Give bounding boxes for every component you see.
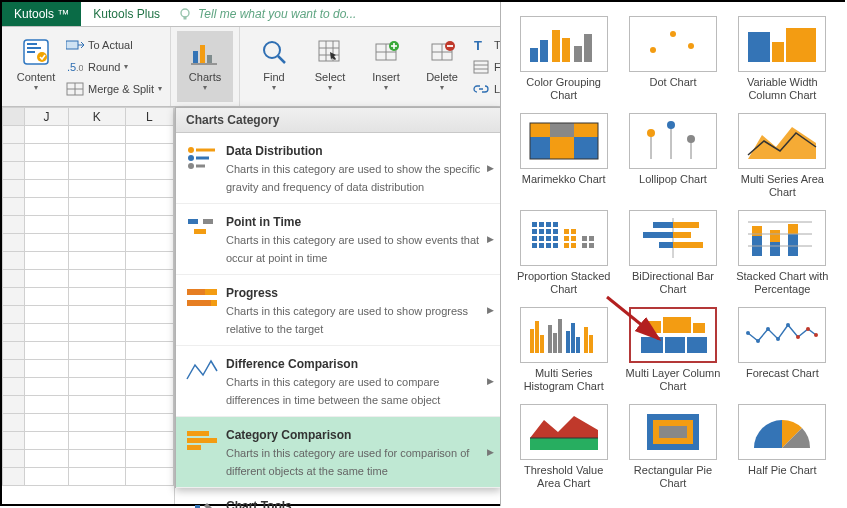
distribution-icon (184, 141, 220, 173)
tab-kutools[interactable]: Kutools ™ (2, 2, 81, 26)
cat-title: Data Distribution (226, 144, 323, 158)
thumb-multilayer-column[interactable]: Multi Layer Column Chart (618, 303, 727, 400)
svg-point-45 (188, 163, 194, 169)
charts-button[interactable]: Charts ▾ (177, 31, 233, 102)
thumb-rectangular-pie[interactable]: Rectangular Pie Chart (618, 400, 727, 497)
cat-progress[interactable]: ProgressCharts in this category are used… (176, 275, 500, 346)
chart-tools-icon (184, 496, 220, 508)
col-header[interactable]: L (125, 108, 173, 126)
cat-point-in-time[interactable]: Point in TimeCharts in this category are… (176, 204, 500, 275)
svg-rect-90 (546, 222, 551, 227)
to-actual-label: To Actual (88, 39, 133, 51)
thumb-half-pie[interactable]: Half Pie Chart (728, 400, 837, 497)
thumb-lollipop[interactable]: Lollipop Chart (618, 109, 727, 206)
svg-rect-134 (553, 333, 557, 353)
svg-rect-137 (571, 323, 575, 353)
svg-rect-94 (546, 229, 551, 234)
insert-button[interactable]: Insert▾ (358, 31, 414, 102)
svg-rect-57 (187, 438, 217, 443)
svg-rect-109 (571, 243, 576, 248)
cat-data-distribution[interactable]: Data DistributionCharts in this category… (176, 133, 500, 204)
svg-rect-3 (27, 43, 37, 45)
cat-difference-comparison[interactable]: Difference ComparisonCharts in this cate… (176, 346, 500, 417)
to-actual-button[interactable]: To Actual (64, 35, 164, 55)
thumb-label: Variable Width Column Chart (732, 76, 833, 101)
thumb-bidirectional-bar[interactable]: BiDirectional Bar Chart (618, 206, 727, 303)
tell-me-placeholder: Tell me what you want to do... (198, 7, 356, 21)
svg-rect-73 (786, 28, 816, 62)
svg-point-70 (688, 43, 694, 49)
content-icon (19, 35, 53, 69)
comparison-icon (184, 425, 220, 457)
charts-label: Charts (189, 71, 221, 83)
thumb-stacked-percentage[interactable]: Stacked Chart with Percentage (728, 206, 837, 303)
group-charts: Charts ▾ (171, 27, 240, 106)
select-icon (313, 35, 347, 69)
svg-rect-100 (532, 243, 537, 248)
svg-rect-144 (641, 337, 663, 353)
to-actual-icon (66, 37, 84, 53)
difference-icon (184, 354, 220, 386)
content-button[interactable]: Content ▾ (8, 31, 64, 102)
round-button[interactable]: .5.0 Round ▾ (64, 57, 164, 77)
cat-desc: Charts in this category are used to show… (226, 305, 468, 335)
thumb-forecast[interactable]: Forecast Chart (728, 303, 837, 400)
svg-rect-13 (193, 51, 198, 63)
svg-rect-5 (27, 51, 35, 53)
thumb-multiseries-area[interactable]: Multi Series Area Chart (728, 109, 837, 206)
thumb-dot-chart[interactable]: Dot Chart (618, 12, 727, 109)
svg-rect-130 (530, 329, 534, 353)
svg-point-150 (776, 337, 780, 341)
thumb-label: Forecast Chart (746, 367, 819, 380)
thumb-proportion-stacked[interactable]: Proportion Stacked Chart (509, 206, 618, 303)
svg-rect-76 (574, 123, 598, 137)
svg-rect-93 (539, 229, 544, 234)
cat-category-comparison[interactable]: Category ComparisonCharts in this catego… (176, 417, 500, 488)
svg-point-147 (746, 331, 750, 335)
svg-rect-140 (589, 335, 593, 353)
svg-rect-117 (643, 232, 673, 238)
svg-rect-101 (539, 243, 544, 248)
thumb-marimekko[interactable]: Marimekko Chart (509, 109, 618, 206)
thumb-variable-width[interactable]: Variable Width Column Chart (728, 12, 837, 109)
worksheet-grid[interactable]: JKL document.write(Array.from({length:20… (2, 107, 175, 504)
tab-kutools-plus[interactable]: Kutools Plus (81, 2, 172, 26)
thumb-multiseries-histogram[interactable]: Multi Series Histogram Chart (509, 303, 618, 400)
svg-rect-139 (584, 327, 588, 353)
thumb-threshold-area[interactable]: Threshold Value Area Chart (509, 400, 618, 497)
svg-rect-56 (187, 431, 209, 436)
merge-split-button[interactable]: Merge & Split ▾ (64, 79, 164, 99)
svg-rect-119 (659, 242, 673, 248)
svg-rect-51 (194, 229, 206, 234)
dropdown-icon: ▾ (272, 83, 276, 92)
chevron-right-icon: ▶ (487, 376, 494, 386)
svg-rect-89 (539, 222, 544, 227)
insert-label: Insert (372, 71, 400, 83)
select-button[interactable]: Select▾ (302, 31, 358, 102)
svg-rect-103 (553, 243, 558, 248)
find-button[interactable]: Find▾ (246, 31, 302, 102)
svg-point-154 (814, 333, 818, 337)
svg-rect-126 (788, 224, 798, 234)
svg-rect-120 (673, 242, 703, 248)
thumb-label: Marimekko Chart (522, 173, 606, 186)
cat-chart-tools[interactable]: Chart Tools ▶ (176, 488, 500, 508)
merge-split-icon (66, 81, 84, 97)
cat-desc: Charts in this category are used to comp… (226, 376, 440, 406)
svg-point-84 (667, 121, 675, 129)
select-label: Select (315, 71, 346, 83)
svg-rect-97 (539, 236, 544, 241)
thumb-label: Proportion Stacked Chart (513, 270, 614, 295)
svg-rect-55 (187, 300, 211, 306)
svg-rect-141 (643, 321, 661, 333)
delete-button[interactable]: Delete▾ (414, 31, 470, 102)
thumb-label: Dot Chart (649, 76, 696, 89)
thumb-color-grouping[interactable]: Color Grouping Chart (509, 12, 618, 109)
svg-rect-145 (665, 337, 685, 353)
col-header[interactable]: K (69, 108, 126, 126)
thumb-label: BiDirectional Bar Chart (622, 270, 723, 295)
svg-rect-133 (548, 325, 552, 353)
svg-rect-91 (553, 222, 558, 227)
col-header[interactable]: J (25, 108, 69, 126)
svg-point-82 (647, 129, 655, 137)
